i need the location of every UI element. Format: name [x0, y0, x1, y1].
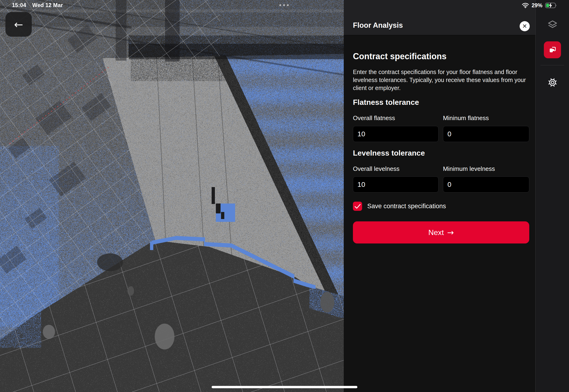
dot-icon — [283, 4, 285, 6]
save-contract-checkbox[interactable] — [353, 202, 362, 211]
home-indicator[interactable] — [212, 386, 357, 388]
floor-analysis-panel: Floor Analysis ✕ Contract specifications… — [344, 0, 535, 392]
minimum-flatness-input[interactable] — [443, 126, 529, 142]
status-bar-left: 15:04 Wed 12 Mar — [12, 2, 63, 8]
next-button[interactable]: Next → — [353, 221, 529, 243]
back-arrow-icon: ← — [14, 18, 23, 31]
contract-specifications-heading: Contract specifications — [353, 52, 529, 61]
status-time: 15:04 — [12, 2, 26, 8]
panel-title: Floor Analysis — [353, 21, 403, 30]
floor-analysis-tool-button[interactable] — [544, 41, 561, 58]
wifi-icon — [522, 3, 529, 8]
minimum-levelness-label: Minimum levelness — [443, 165, 495, 172]
layers-icon[interactable] — [547, 20, 558, 30]
status-date: Wed 12 Mar — [32, 2, 63, 8]
panel-header: Floor Analysis ✕ — [344, 0, 535, 35]
app-switcher-dots[interactable] — [279, 4, 289, 6]
overall-levelness-label: Overall levelness — [353, 165, 399, 172]
minimum-flatness-label: Mininum flatness — [443, 114, 489, 122]
overall-flatness-label: Overall flatness — [353, 114, 395, 122]
overall-flatness-input[interactable] — [353, 126, 439, 142]
tool-rail — [535, 0, 569, 392]
dot-icon — [279, 4, 281, 6]
rail-divider — [541, 65, 564, 65]
contract-specifications-description: Enter the contract specifications for yo… — [353, 68, 529, 92]
close-icon: ✕ — [522, 23, 527, 30]
battery-percent: 29% — [532, 2, 542, 9]
next-arrow-icon: → — [447, 228, 454, 237]
flatness-tolerance-heading: Flatness tolerance — [353, 98, 529, 107]
close-button[interactable]: ✕ — [520, 21, 530, 31]
dot-icon — [287, 4, 289, 6]
minimum-levelness-input[interactable] — [443, 177, 529, 193]
app-screen: 15:04 Wed 12 Mar 29% ← Floor Ana — [0, 0, 569, 392]
check-icon — [355, 204, 361, 209]
save-contract-specifications-row: Save contract specifications — [353, 202, 446, 211]
floor-analysis-tool-icon — [548, 45, 557, 54]
overall-levelness-input[interactable] — [353, 177, 439, 193]
back-button[interactable]: ← — [5, 12, 32, 37]
save-contract-label: Save contract specifications — [367, 203, 446, 210]
point-cloud-viewport[interactable] — [0, 0, 344, 392]
next-button-label: Next — [428, 228, 444, 237]
settings-gear-icon[interactable] — [547, 77, 558, 88]
levelness-tolerance-heading: Levelness tolerance — [353, 149, 529, 157]
battery-charging-icon — [545, 2, 557, 8]
status-bar-right: 29% — [522, 2, 557, 9]
